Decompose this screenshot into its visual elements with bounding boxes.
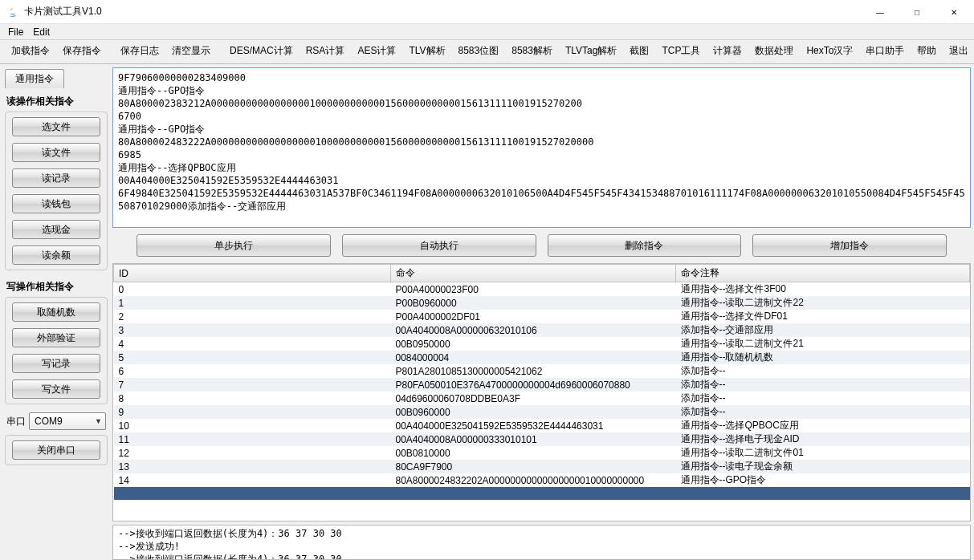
cell-id: 2	[114, 310, 391, 323]
cell-id: 14	[114, 473, 391, 487]
tb-bitmap[interactable]: 8583位图	[452, 42, 506, 60]
table-row[interactable]: 804d69600060708DDBE0A3F添加指令--	[114, 392, 970, 405]
table-row[interactable]: 0P00A40000023F00通用指令--选择文件3F00	[114, 282, 970, 297]
cell-note: 通用指令--读取二进制文件22	[676, 296, 970, 310]
btn-auto[interactable]: 自动执行	[342, 234, 536, 257]
cell-note: 通用指令--读取二进制文件21	[676, 337, 970, 351]
table-row[interactable]: 1480A8000024832202A000000000000000000100…	[114, 473, 970, 487]
cell-cmd: 00A4040008A000000333010101	[391, 432, 676, 446]
cell-cmd: 00A4040008A000000632010106	[391, 323, 676, 337]
menu-edit[interactable]: Edit	[28, 26, 55, 38]
right-column: 9F79060000000283409000 通用指令--GPO指令 80A80…	[112, 64, 974, 560]
tb-savelog[interactable]: 保存日志	[114, 42, 165, 60]
close-button[interactable]: ✕	[935, 0, 972, 24]
cell-note: 通用指令--读电子现金余额	[676, 460, 970, 473]
port-value: COM9	[35, 416, 63, 427]
tb-load[interactable]: 加载指令	[5, 42, 56, 60]
cell-id: 3	[114, 323, 391, 337]
port-combo[interactable]: COM9 ▼	[29, 412, 106, 430]
btn-ext-auth[interactable]: 外部验证	[12, 328, 100, 347]
tb-aes[interactable]: AES计算	[351, 42, 402, 60]
log-textarea[interactable]: 9F79060000000283409000 通用指令--GPO指令 80A80…	[112, 67, 971, 228]
cell-note: 通用指令--读取二进制文件01	[676, 446, 970, 460]
tb-shot[interactable]: 截图	[623, 42, 655, 60]
toolbar: 加载指令 保存指令 保存日志 清空显示 DES/MAC计算 RSA计算 AES计…	[0, 40, 974, 64]
tb-save[interactable]: 保存指令	[56, 42, 108, 60]
table-row[interactable]: 400B0950000通用指令--读取二进制文件21	[114, 337, 970, 351]
btn-write-record[interactable]: 写记录	[12, 354, 100, 373]
cell-cmd: 00B0810000	[391, 446, 676, 460]
cell-cmd: 00A404000E325041592E5359532E4444463031	[391, 419, 676, 432]
table-row[interactable]: 1100A4040008A000000333010101通用指令--选择电子现金…	[114, 432, 970, 446]
read-group: 选文件 读文件 读记录 读钱包 选现金 读余额	[5, 112, 108, 270]
th-cmd[interactable]: 命令	[391, 265, 676, 282]
tb-tlv[interactable]: TLV解析	[402, 42, 451, 60]
btn-read-wallet[interactable]: 读钱包	[12, 194, 100, 213]
table-row[interactable]: 900B0960000添加指令--	[114, 405, 970, 419]
tb-calc[interactable]: 计算器	[707, 42, 748, 60]
table-row[interactable]: 1200B0810000通用指令--读取二进制文件01	[114, 446, 970, 460]
tb-8583[interactable]: 8583解析	[505, 42, 559, 60]
btn-step[interactable]: 单步执行	[137, 234, 331, 257]
tb-exit[interactable]: 退出	[943, 42, 974, 60]
cell-cmd: P80FA050010E376A4700000000004d6960006070…	[391, 378, 676, 392]
port-row: 串口 COM9 ▼	[2, 409, 111, 433]
table-row[interactable]: 2P00A4000002DF01通用指令--选择文件DF01	[114, 310, 970, 323]
cell-note: 添加指令--	[676, 392, 970, 405]
btn-delete[interactable]: 删除指令	[548, 234, 742, 257]
btn-random[interactable]: 取随机数	[12, 302, 100, 322]
table-row-selected[interactable]	[114, 487, 970, 500]
th-note[interactable]: 命令注释	[676, 265, 970, 282]
tb-tcp[interactable]: TCP工具	[655, 42, 707, 60]
btn-read-file[interactable]: 读文件	[12, 143, 100, 162]
cell-note: 添加指令--	[676, 378, 970, 392]
java-icon	[6, 6, 19, 18]
btn-write-file[interactable]: 写文件	[12, 379, 100, 399]
window-title: 卡片测试工具V1.0	[24, 5, 862, 18]
btn-read-record[interactable]: 读记录	[12, 168, 100, 188]
table-row[interactable]: 300A4040008A000000632010106添加指令--交通部应用	[114, 323, 970, 337]
tb-dataproc[interactable]: 数据处理	[748, 42, 800, 60]
btn-read-balance[interactable]: 读余额	[12, 246, 100, 265]
btn-select-cash[interactable]: 选现金	[12, 220, 100, 239]
table-row[interactable]: 1380CA9F7900通用指令--读电子现金余额	[114, 460, 970, 473]
table-row[interactable]: 50084000004通用指令--取随机机数	[114, 351, 970, 364]
io-log[interactable]: -->接收到端口返回数据(长度为4)：36 37 30 30 -->发送成功! …	[112, 525, 971, 560]
window-controls: — □ ✕	[862, 0, 972, 23]
cell-note: 通用指令--选择文件3F00	[676, 282, 970, 297]
cell-id: 13	[114, 460, 391, 473]
menu-file[interactable]: File	[3, 26, 28, 38]
tb-help[interactable]: 帮助	[911, 42, 943, 60]
cell-cmd: 00B0960000	[391, 405, 676, 419]
cell-cmd: 80A8000024832202A00000000000000000010000…	[391, 473, 676, 487]
table-row[interactable]: 7P80FA050010E376A4700000000004d696000607…	[114, 378, 970, 392]
btn-add[interactable]: 增加指令	[752, 234, 947, 257]
cell-cmd: 00B0950000	[391, 337, 676, 351]
cell-id: 5	[114, 351, 391, 364]
maximize-button[interactable]: □	[899, 0, 935, 24]
cell-id: 9	[114, 405, 391, 419]
write-group: 取随机数 外部验证 写记录 写文件	[5, 297, 108, 404]
tb-desmac[interactable]: DES/MAC计算	[223, 42, 300, 60]
command-table[interactable]: ID 命令 命令注释 0P00A40000023F00通用指令--选择文件3F0…	[112, 263, 971, 521]
tab-common-cmd[interactable]: 通用指令	[5, 69, 64, 88]
cell-id: 1	[114, 296, 391, 310]
btn-select-file[interactable]: 选文件	[12, 117, 100, 136]
cell-id: 7	[114, 378, 391, 392]
table-row[interactable]: 1000A404000E325041592E5359532E4444463031…	[114, 419, 970, 432]
cell-note: 通用指令--GPO指令	[676, 473, 970, 487]
btn-close-port[interactable]: 关闭串口	[12, 440, 100, 460]
minimize-button[interactable]: —	[862, 0, 899, 24]
cell-cmd: 0084000004	[391, 351, 676, 364]
tb-rsa[interactable]: RSA计算	[300, 42, 352, 60]
table-row[interactable]: 6P801A2801085130000005421062添加指令--	[114, 364, 970, 378]
table-row[interactable]: 1P00B0960000通用指令--读取二进制文件22	[114, 296, 970, 310]
menubar: File Edit	[0, 24, 974, 40]
port-label: 串口	[6, 415, 26, 428]
th-id[interactable]: ID	[114, 265, 391, 282]
tb-serial[interactable]: 串口助手	[859, 42, 911, 60]
port-close-group: 关闭串口	[5, 435, 108, 465]
tb-tlvtag[interactable]: TLVTag解析	[559, 42, 623, 60]
tb-clear[interactable]: 清空显示	[165, 42, 217, 60]
tb-hexhan[interactable]: HexTo汉字	[800, 42, 859, 60]
